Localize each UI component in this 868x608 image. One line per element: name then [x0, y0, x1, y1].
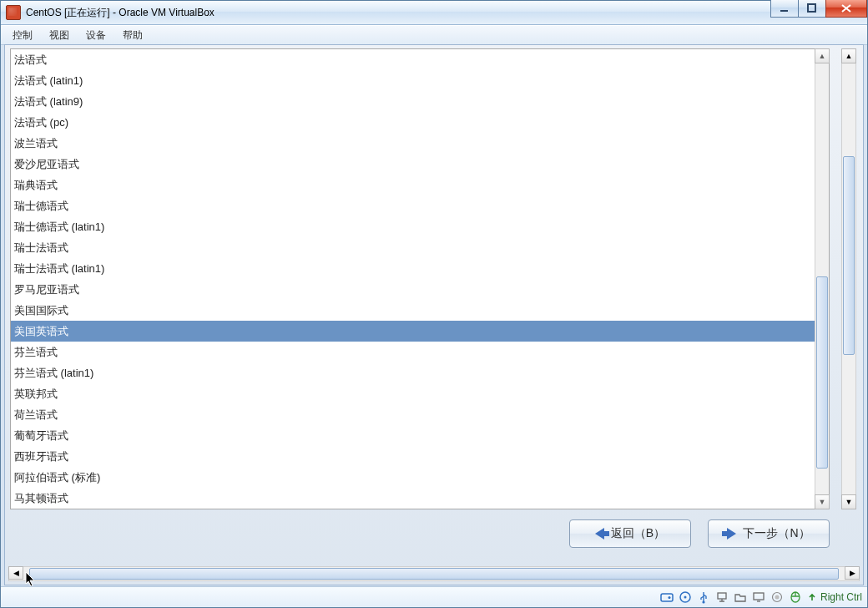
guest-viewport: 法语式法语式 (latin1)法语式 (latin9)法语式 (pc)波兰语式爱… — [4, 44, 864, 585]
hard-disk-icon[interactable] — [660, 590, 674, 604]
svg-rect-8 — [754, 593, 764, 600]
svg-rect-2 — [661, 594, 673, 601]
list-item[interactable]: 美国英语式 — [11, 321, 815, 342]
list-scroll-area[interactable]: 法语式法语式 (latin1)法语式 (latin9)法语式 (pc)波兰语式爱… — [11, 49, 815, 509]
list-vertical-scrollbar[interactable]: ▲ ▼ — [815, 49, 829, 509]
window-frame: CentOS [正在运行] - Oracle VM VirtualBox 控制 … — [0, 0, 868, 608]
hscroll-right-arrow[interactable]: ▶ — [845, 566, 860, 580]
list-item[interactable]: 瑞士德语式 (latin1) — [11, 216, 815, 237]
next-button[interactable]: 下一步（N） — [708, 519, 830, 548]
maximize-icon — [807, 3, 817, 13]
optical-drive-icon[interactable] — [679, 590, 692, 604]
list-item[interactable]: 法语式 — [11, 49, 815, 70]
svg-rect-0 — [780, 10, 788, 12]
menu-view[interactable]: 视图 — [43, 27, 76, 44]
hscroll-left-arrow[interactable]: ◀ — [8, 566, 23, 580]
minimize-icon — [780, 3, 790, 13]
arrow-right-icon — [727, 528, 736, 540]
svg-point-3 — [668, 596, 670, 599]
window-title: CentOS [正在运行] - Oracle VM VirtualBox — [26, 6, 214, 20]
back-button-label: 返回（B） — [611, 526, 665, 541]
usb-icon[interactable] — [697, 590, 710, 604]
arrow-left-icon — [595, 528, 604, 540]
svg-point-10 — [775, 595, 779, 600]
maximize-button[interactable] — [798, 0, 826, 18]
list-item[interactable]: 瑞士法语式 (latin1) — [11, 258, 815, 279]
list-item[interactable]: 法语式 (pc) — [11, 112, 815, 133]
window-controls — [771, 0, 867, 18]
mouse-capture-icon[interactable] — [789, 590, 802, 604]
outer-scroll-thumb[interactable] — [843, 156, 855, 355]
scroll-thumb[interactable] — [816, 276, 828, 469]
shared-folder-icon[interactable] — [734, 590, 747, 604]
list-item[interactable]: 瑞士德语式 — [11, 195, 815, 216]
hostkey-indicator[interactable]: Right Ctrl — [807, 591, 862, 603]
list-item[interactable]: 马其顿语式 — [11, 488, 815, 509]
menu-help[interactable]: 帮助 — [116, 27, 149, 44]
display-icon[interactable] — [752, 590, 765, 604]
list-item[interactable]: 芬兰语式 (latin1) — [11, 362, 815, 383]
wizard-button-row: 返回（B） 下一步（N） — [569, 519, 830, 548]
outer-vertical-scrollbar[interactable]: ▲ ▼ — [841, 48, 856, 509]
menubar: 控制 视图 设备 帮助 — [1, 25, 867, 45]
list-item[interactable]: 瑞士法语式 — [11, 237, 815, 258]
hostkey-arrow-icon — [807, 592, 817, 602]
list-item[interactable]: 葡萄牙语式 — [11, 425, 815, 446]
svg-rect-1 — [808, 4, 815, 12]
list-item[interactable]: 爱沙尼亚语式 — [11, 154, 815, 175]
next-button-label: 下一步（N） — [743, 526, 810, 541]
svg-point-6 — [702, 600, 704, 603]
scroll-up-arrow[interactable]: ▲ — [815, 48, 830, 63]
list-item[interactable]: 罗马尼亚语式 — [11, 279, 815, 300]
list-item[interactable]: 瑞典语式 — [11, 175, 815, 195]
hostkey-label: Right Ctrl — [820, 591, 862, 603]
menu-devices[interactable]: 设备 — [79, 27, 113, 44]
svg-point-5 — [684, 596, 686, 599]
svg-rect-7 — [718, 593, 726, 599]
list-item[interactable]: 美国国际式 — [11, 300, 815, 321]
outer-scroll-down-arrow[interactable]: ▼ — [841, 494, 856, 509]
list-item[interactable]: 阿拉伯语式 (标准) — [11, 467, 815, 488]
list-item[interactable]: 西班牙语式 — [11, 446, 815, 467]
minimize-button[interactable] — [770, 0, 799, 18]
list-item[interactable]: 波兰语式 — [11, 133, 815, 154]
keyboard-layout-list[interactable]: 法语式法语式 (latin1)法语式 (latin9)法语式 (pc)波兰语式爱… — [10, 48, 830, 509]
statusbar: Right Ctrl — [1, 586, 867, 607]
scroll-down-arrow[interactable]: ▼ — [815, 494, 830, 509]
record-icon[interactable] — [770, 590, 784, 604]
virtualbox-app-icon — [6, 5, 21, 20]
outer-scroll-up-arrow[interactable]: ▲ — [841, 48, 856, 63]
close-button[interactable] — [825, 0, 867, 18]
network-icon[interactable] — [715, 590, 729, 604]
titlebar[interactable]: CentOS [正在运行] - Oracle VM VirtualBox — [1, 1, 867, 25]
list-item[interactable]: 芬兰语式 — [11, 342, 815, 362]
list-item[interactable]: 英联邦式 — [11, 383, 815, 404]
list-item[interactable]: 法语式 (latin9) — [11, 91, 815, 112]
back-button[interactable]: 返回（B） — [569, 519, 691, 548]
list-item[interactable]: 荷兰语式 — [11, 404, 815, 425]
close-icon — [840, 3, 852, 13]
list-item[interactable]: 法语式 (latin1) — [11, 70, 815, 91]
menu-control[interactable]: 控制 — [6, 27, 39, 44]
hscroll-thumb[interactable] — [29, 568, 839, 580]
horizontal-scrollbar[interactable]: ◀ ▶ — [8, 566, 860, 581]
